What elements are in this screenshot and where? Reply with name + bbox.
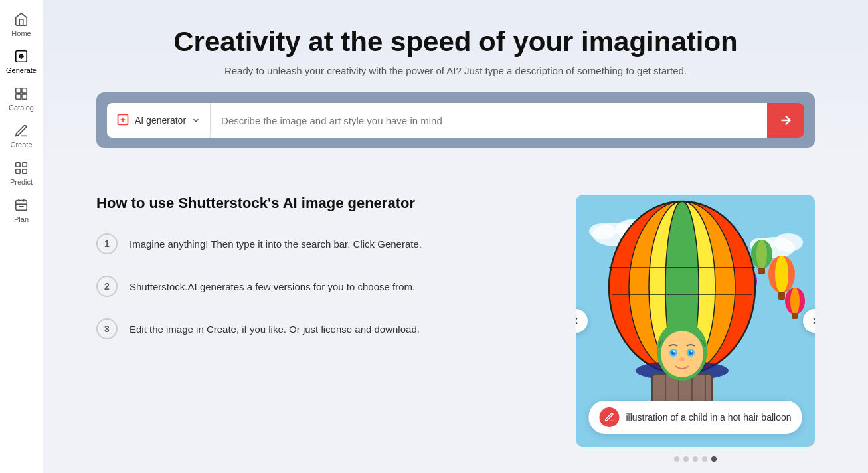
hero-title: Creativity at the speed of your imaginat… (96, 27, 815, 57)
sidebar-label-create: Create (10, 141, 32, 149)
home-icon (14, 12, 29, 27)
instructions-section: How to use Shutterstock's AI image gener… (96, 195, 536, 361)
sidebar-item-generate[interactable]: Generate (0, 43, 43, 80)
svg-point-60 (679, 357, 685, 361)
instructions-heading: How to use Shutterstock's AI image gener… (96, 195, 536, 212)
sidebar: Home Generate Catalog (0, 0, 43, 473)
svg-rect-29 (758, 268, 765, 274)
sidebar-label-predict: Predict (10, 178, 33, 186)
plan-icon (14, 198, 29, 213)
svg-point-25 (775, 256, 788, 293)
carousel-wrapper: illustration of a child in a hot hair ba… (576, 195, 815, 462)
chevron-right-icon (810, 316, 815, 326)
step-text-3: Edit the image in Create, if you like. O… (130, 318, 420, 337)
svg-point-31 (790, 288, 800, 314)
generate-icon (14, 49, 29, 64)
chevron-left-icon (576, 316, 581, 326)
create-icon (14, 124, 29, 138)
dot-2[interactable] (683, 456, 689, 462)
svg-point-53 (661, 331, 703, 377)
sidebar-item-catalog[interactable]: Catalog (0, 80, 43, 117)
chevron-down-icon (191, 116, 201, 125)
step-text-2: Shutterstock.AI generates a few versions… (130, 276, 415, 295)
carousel-caption: illustration of a child in a hot hair ba… (588, 401, 802, 434)
search-button[interactable] (767, 103, 804, 138)
sidebar-label-plan: Plan (14, 215, 29, 223)
search-bar: AI generator (107, 103, 804, 138)
svg-rect-9 (23, 169, 27, 173)
svg-rect-32 (792, 313, 798, 319)
step-number-2: 2 (96, 276, 118, 297)
predict-icon (14, 161, 29, 175)
sidebar-label-generate: Generate (6, 66, 37, 74)
svg-point-58 (673, 351, 675, 353)
svg-point-20 (589, 223, 616, 239)
svg-rect-3 (22, 88, 27, 93)
sidebar-item-plan[interactable]: Plan (0, 191, 43, 229)
generator-icon (116, 113, 130, 128)
svg-rect-8 (23, 163, 27, 167)
catalog-icon (14, 86, 29, 101)
svg-point-28 (756, 240, 767, 269)
caption-text: illustration of a child in a hot hair ba… (626, 412, 791, 423)
ai-generator-dropdown[interactable]: AI generator (107, 103, 211, 138)
content-area: How to use Shutterstock's AI image gener… (43, 168, 868, 473)
caption-icon (599, 407, 619, 427)
sidebar-label-catalog: Catalog (9, 104, 34, 112)
hero-section: Creativity at the speed of your imaginat… (43, 0, 868, 168)
svg-rect-26 (778, 292, 785, 300)
hero-subtitle: Ready to unleash your creativity with th… (96, 65, 815, 76)
main-content: Creativity at the speed of your imaginat… (43, 0, 868, 473)
search-input[interactable] (211, 103, 767, 138)
step-number-1: 1 (96, 233, 118, 254)
step-3: 3 Edit the image in Create, if you like.… (96, 318, 536, 339)
svg-rect-6 (16, 163, 20, 167)
edit-icon (604, 412, 614, 423)
dropdown-label: AI generator (135, 115, 186, 126)
sidebar-item-home[interactable]: Home (0, 5, 43, 43)
svg-rect-5 (22, 94, 27, 99)
step-text-1: Imagine anything! Then type it into the … (130, 233, 422, 252)
carousel-dots (576, 456, 815, 462)
svg-rect-7 (16, 169, 20, 173)
sidebar-item-predict[interactable]: Predict (0, 154, 43, 191)
sidebar-item-create[interactable]: Create (0, 117, 43, 154)
step-number-3: 3 (96, 318, 118, 339)
svg-rect-4 (16, 94, 21, 99)
svg-rect-10 (16, 201, 27, 211)
step-2: 2 Shutterstock.AI generates a few versio… (96, 276, 536, 297)
dot-1[interactable] (674, 456, 679, 462)
dot-4[interactable] (702, 456, 707, 462)
step-1: 1 Imagine anything! Then type it into th… (96, 233, 536, 254)
search-container: AI generator (96, 92, 815, 148)
carousel: illustration of a child in a hot hair ba… (576, 195, 815, 447)
arrow-right-icon (778, 113, 793, 128)
svg-rect-2 (16, 88, 21, 93)
dot-3[interactable] (693, 456, 698, 462)
sidebar-label-home: Home (11, 29, 31, 37)
svg-point-22 (774, 233, 803, 252)
dot-5[interactable] (711, 456, 717, 462)
svg-point-59 (691, 351, 693, 353)
